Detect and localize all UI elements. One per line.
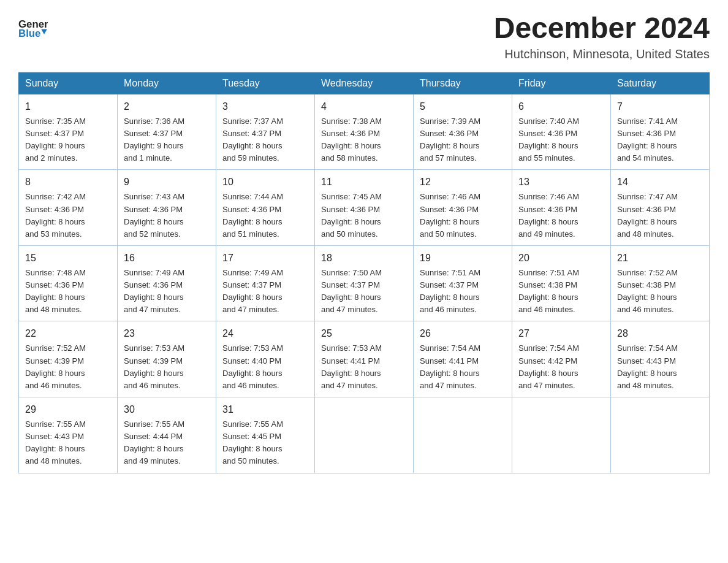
day-cell: 20 Sunrise: 7:51 AMSunset: 4:38 PMDaylig…: [512, 245, 611, 321]
day-info: Sunrise: 7:52 AMSunset: 4:39 PMDaylight:…: [25, 342, 111, 392]
day-cell: 6 Sunrise: 7:40 AMSunset: 4:36 PMDayligh…: [512, 94, 611, 170]
day-number: 3: [222, 99, 308, 114]
day-cell: 12 Sunrise: 7:46 AMSunset: 4:36 PMDaylig…: [414, 170, 512, 246]
day-cell: 2 Sunrise: 7:36 AMSunset: 4:37 PMDayligh…: [118, 94, 216, 170]
day-cell: [611, 397, 710, 473]
day-number: 1: [25, 99, 111, 114]
day-cell: 16 Sunrise: 7:49 AMSunset: 4:36 PMDaylig…: [118, 245, 216, 321]
day-cell: 13 Sunrise: 7:46 AMSunset: 4:36 PMDaylig…: [512, 170, 611, 246]
day-number: 6: [518, 99, 604, 114]
calendar-table: Sunday Monday Tuesday Wednesday Thursday…: [18, 72, 710, 473]
day-cell: 24 Sunrise: 7:53 AMSunset: 4:40 PMDaylig…: [216, 321, 315, 397]
day-info: Sunrise: 7:53 AMSunset: 4:39 PMDaylight:…: [124, 342, 210, 392]
title-area: December 2024 Hutchinson, Minnesota, Uni…: [494, 12, 710, 61]
day-number: 24: [222, 326, 308, 341]
header-tuesday: Tuesday: [216, 72, 315, 94]
day-info: Sunrise: 7:42 AMSunset: 4:36 PMDaylight:…: [25, 191, 111, 240]
day-number: 30: [124, 402, 210, 417]
day-info: Sunrise: 7:52 AMSunset: 4:38 PMDaylight:…: [617, 267, 703, 316]
day-cell: 9 Sunrise: 7:43 AMSunset: 4:36 PMDayligh…: [118, 170, 216, 246]
day-cell: 30 Sunrise: 7:55 AMSunset: 4:44 PMDaylig…: [118, 397, 216, 473]
header-friday: Friday: [512, 72, 611, 94]
day-number: 7: [617, 99, 703, 114]
day-number: 16: [124, 251, 210, 266]
day-cell: 26 Sunrise: 7:54 AMSunset: 4:41 PMDaylig…: [414, 321, 512, 397]
day-cell: 22 Sunrise: 7:52 AMSunset: 4:39 PMDaylig…: [19, 321, 118, 397]
day-cell: [315, 397, 414, 473]
day-cell: 18 Sunrise: 7:50 AMSunset: 4:37 PMDaylig…: [315, 245, 414, 321]
day-info: Sunrise: 7:36 AMSunset: 4:37 PMDaylight:…: [124, 115, 210, 165]
day-cell: 5 Sunrise: 7:39 AMSunset: 4:36 PMDayligh…: [414, 94, 512, 170]
day-number: 4: [321, 99, 407, 114]
day-number: 15: [25, 251, 111, 266]
day-cell: 31 Sunrise: 7:55 AMSunset: 4:45 PMDaylig…: [216, 397, 315, 473]
day-info: Sunrise: 7:46 AMSunset: 4:36 PMDaylight:…: [518, 191, 604, 240]
day-number: 17: [222, 251, 308, 266]
day-cell: 3 Sunrise: 7:37 AMSunset: 4:37 PMDayligh…: [216, 94, 315, 170]
day-cell: 15 Sunrise: 7:48 AMSunset: 4:36 PMDaylig…: [19, 245, 118, 321]
day-info: Sunrise: 7:53 AMSunset: 4:40 PMDaylight:…: [222, 342, 308, 392]
day-info: Sunrise: 7:49 AMSunset: 4:36 PMDaylight:…: [124, 267, 210, 316]
day-info: Sunrise: 7:43 AMSunset: 4:36 PMDaylight:…: [124, 191, 210, 240]
day-number: 14: [617, 175, 703, 190]
day-number: 31: [222, 402, 308, 417]
day-cell: 8 Sunrise: 7:42 AMSunset: 4:36 PMDayligh…: [19, 170, 118, 246]
day-cell: 1 Sunrise: 7:35 AMSunset: 4:37 PMDayligh…: [19, 94, 118, 170]
day-number: 10: [222, 175, 308, 190]
day-info: Sunrise: 7:47 AMSunset: 4:36 PMDaylight:…: [617, 191, 703, 240]
day-info: Sunrise: 7:51 AMSunset: 4:38 PMDaylight:…: [518, 267, 604, 316]
header-thursday: Thursday: [414, 72, 512, 94]
day-info: Sunrise: 7:40 AMSunset: 4:36 PMDaylight:…: [518, 115, 604, 165]
page-header: General Blue December 2024 Hutchinson, M…: [18, 12, 710, 61]
logo: General Blue: [18, 12, 49, 42]
day-cell: 7 Sunrise: 7:41 AMSunset: 4:36 PMDayligh…: [611, 94, 710, 170]
day-cell: 27 Sunrise: 7:54 AMSunset: 4:42 PMDaylig…: [512, 321, 611, 397]
day-info: Sunrise: 7:54 AMSunset: 4:42 PMDaylight:…: [518, 342, 604, 392]
day-cell: 4 Sunrise: 7:38 AMSunset: 4:36 PMDayligh…: [315, 94, 414, 170]
header-sunday: Sunday: [19, 72, 118, 94]
header-monday: Monday: [118, 72, 216, 94]
day-number: 26: [420, 326, 506, 341]
day-number: 20: [518, 251, 604, 266]
svg-text:Blue: Blue: [18, 28, 40, 39]
day-number: 22: [25, 326, 111, 341]
header-saturday: Saturday: [611, 72, 710, 94]
day-info: Sunrise: 7:46 AMSunset: 4:36 PMDaylight:…: [420, 191, 506, 240]
day-info: Sunrise: 7:35 AMSunset: 4:37 PMDaylight:…: [25, 115, 111, 165]
day-info: Sunrise: 7:49 AMSunset: 4:37 PMDaylight:…: [222, 267, 308, 316]
day-cell: [414, 397, 512, 473]
day-info: Sunrise: 7:50 AMSunset: 4:37 PMDaylight:…: [321, 267, 407, 316]
day-info: Sunrise: 7:44 AMSunset: 4:36 PMDaylight:…: [222, 191, 308, 240]
month-title: December 2024: [494, 12, 710, 45]
day-number: 2: [124, 99, 210, 114]
day-info: Sunrise: 7:41 AMSunset: 4:36 PMDaylight:…: [617, 115, 703, 165]
week-row-4: 22 Sunrise: 7:52 AMSunset: 4:39 PMDaylig…: [19, 321, 710, 397]
day-cell: 14 Sunrise: 7:47 AMSunset: 4:36 PMDaylig…: [611, 170, 710, 246]
day-info: Sunrise: 7:45 AMSunset: 4:36 PMDaylight:…: [321, 191, 407, 240]
day-info: Sunrise: 7:39 AMSunset: 4:36 PMDaylight:…: [420, 115, 506, 165]
day-info: Sunrise: 7:54 AMSunset: 4:41 PMDaylight:…: [420, 342, 506, 392]
day-number: 12: [420, 175, 506, 190]
day-number: 25: [321, 326, 407, 341]
day-info: Sunrise: 7:55 AMSunset: 4:45 PMDaylight:…: [222, 418, 308, 468]
day-number: 19: [420, 251, 506, 266]
week-row-3: 15 Sunrise: 7:48 AMSunset: 4:36 PMDaylig…: [19, 245, 710, 321]
day-cell: 28 Sunrise: 7:54 AMSunset: 4:43 PMDaylig…: [611, 321, 710, 397]
day-info: Sunrise: 7:37 AMSunset: 4:37 PMDaylight:…: [222, 115, 308, 165]
day-number: 29: [25, 402, 111, 417]
day-cell: [512, 397, 611, 473]
day-number: 21: [617, 251, 703, 266]
day-info: Sunrise: 7:55 AMSunset: 4:43 PMDaylight:…: [25, 418, 111, 468]
day-cell: 10 Sunrise: 7:44 AMSunset: 4:36 PMDaylig…: [216, 170, 315, 246]
day-number: 11: [321, 175, 407, 190]
day-info: Sunrise: 7:38 AMSunset: 4:36 PMDaylight:…: [321, 115, 407, 165]
day-cell: 11 Sunrise: 7:45 AMSunset: 4:36 PMDaylig…: [315, 170, 414, 246]
header-wednesday: Wednesday: [315, 72, 414, 94]
location-title: Hutchinson, Minnesota, United States: [494, 47, 710, 61]
day-info: Sunrise: 7:54 AMSunset: 4:43 PMDaylight:…: [617, 342, 703, 392]
day-cell: 17 Sunrise: 7:49 AMSunset: 4:37 PMDaylig…: [216, 245, 315, 321]
day-number: 9: [124, 175, 210, 190]
day-cell: 21 Sunrise: 7:52 AMSunset: 4:38 PMDaylig…: [611, 245, 710, 321]
day-cell: 29 Sunrise: 7:55 AMSunset: 4:43 PMDaylig…: [19, 397, 118, 473]
svg-marker-2: [41, 29, 47, 34]
